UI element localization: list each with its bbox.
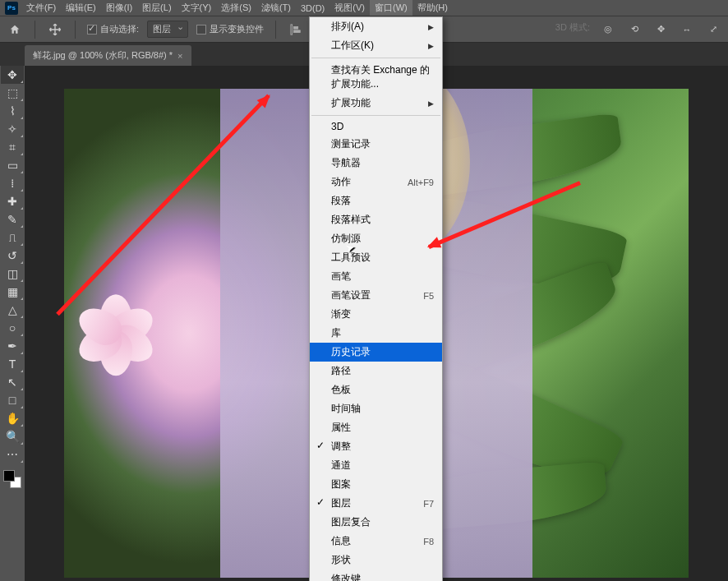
document-tab[interactable]: 鲜花.jpg @ 100% (水印, RGB/8#) * × [25, 45, 191, 66]
menu-separator [311, 58, 440, 58]
separator [275, 21, 276, 39]
menu-edit[interactable]: 编辑(E) [61, 0, 101, 16]
show-transform-label: 显示变换控件 [210, 23, 264, 35]
slide-3d-icon[interactable]: ↔ [679, 21, 695, 38]
tool-eraser[interactable]: ◫ [1, 265, 24, 283]
menu-item-[interactable]: 形状 [310, 551, 442, 569]
right-controls: 3D 模式: ◎ ⟲ ✥ ↔ ⤢ [555, 21, 721, 38]
tool-rect[interactable]: □ [1, 391, 24, 409]
tool-patch[interactable]: ✚ [1, 192, 24, 210]
menu-item-[interactable]: 信息F8 [310, 532, 442, 551]
menu-item-[interactable]: ✓调整 [310, 437, 442, 456]
move-tool-icon[interactable] [47, 21, 63, 38]
menubar: Ps 文件(F) 编辑(E) 图像(I) 图层(L) 文字(Y) 选择(S) 滤… [0, 0, 728, 16]
tool-lasso[interactable]: ⌇ [1, 102, 24, 120]
auto-select-option[interactable]: 自动选择: [87, 23, 139, 35]
pan-3d-icon[interactable]: ✥ [652, 21, 669, 38]
tools-panel: ✥⬚⌇✧⌗▭⁞✚✎⎍↺◫▦△○✒T↖□✋🔍⋯ [0, 66, 25, 581]
show-transform-checkbox[interactable] [196, 25, 206, 35]
menu-text[interactable]: 文字(Y) [177, 0, 217, 16]
tool-wand[interactable]: ✧ [1, 120, 24, 138]
menu-item-K[interactable]: 工作区(K)▶ [310, 36, 442, 55]
flower-decoration [76, 294, 154, 372]
menu-item-[interactable]: 画笔 [310, 267, 442, 286]
tool-path-sel[interactable]: ↖ [1, 373, 24, 391]
mode-3d-label: 3D 模式: [555, 21, 590, 38]
menu-item-[interactable]: 段落样式 [310, 210, 442, 229]
menu-layer[interactable]: 图层(L) [137, 0, 176, 16]
tool-hand[interactable]: ✋ [1, 409, 24, 427]
window-dropdown-menu: 排列(A)▶工作区(K)▶查找有关 Exchange 的扩展功能...扩展功能▶… [309, 16, 443, 581]
menu-item-[interactable]: 图案 [310, 475, 442, 494]
tool-history-brush[interactable]: ↺ [1, 247, 24, 265]
ps-logo-icon: Ps [5, 2, 18, 15]
menu-select[interactable]: 选择(S) [216, 0, 256, 16]
menu-item-[interactable]: 库 [310, 324, 442, 343]
menu-item-[interactable]: 扩展功能▶ [310, 94, 442, 113]
show-transform-option[interactable]: 显示变换控件 [196, 23, 264, 35]
align-left-icon[interactable] [288, 21, 304, 38]
tool-pen[interactable]: ✒ [1, 337, 24, 355]
menu-help[interactable]: 帮助(H) [412, 0, 453, 16]
menu-view[interactable]: 视图(V) [329, 0, 370, 16]
roll-3d-icon[interactable]: ⟲ [626, 21, 643, 38]
menu-item-[interactable]: 属性 [310, 418, 442, 437]
tool-eyedrop[interactable]: ⁞ [1, 174, 24, 192]
orbit-3d-icon[interactable]: ◎ [600, 21, 616, 38]
svg-rect-1 [293, 26, 297, 29]
menu-item-Exchange[interactable]: 查找有关 Exchange 的扩展功能... [310, 61, 442, 94]
menu-filter[interactable]: 滤镜(T) [256, 0, 296, 16]
menu-item-[interactable]: 仿制源 [310, 229, 442, 248]
document-tab-title: 鲜花.jpg @ 100% (水印, RGB/8#) * [33, 49, 173, 62]
tool-more[interactable]: ⋯ [1, 445, 24, 463]
close-tab-icon[interactable]: × [177, 51, 182, 61]
tool-type[interactable]: T [1, 355, 24, 373]
menu-item-A[interactable]: 排列(A)▶ [310, 17, 442, 36]
tool-gradient[interactable]: ▦ [1, 283, 24, 301]
menu-item-[interactable]: ✓图层F7 [310, 494, 442, 513]
svg-rect-2 [293, 30, 300, 32]
home-icon[interactable] [7, 21, 23, 38]
menu-item-3D[interactable]: 3D [310, 118, 442, 135]
menu-item-[interactable]: 动作Alt+F9 [310, 173, 442, 191]
menu-item-[interactable]: 历史记录 [310, 343, 442, 362]
menu-item-[interactable]: 图层复合 [310, 513, 442, 532]
menu-item-[interactable]: 导航器 [310, 154, 442, 173]
tool-marquee[interactable]: ⬚ [1, 84, 24, 102]
tool-frame[interactable]: ▭ [1, 156, 24, 174]
menu-separator [311, 115, 440, 116]
menu-item-[interactable]: 测量记录 [310, 135, 442, 154]
tool-dodge[interactable]: ○ [1, 319, 24, 337]
auto-select-target-dropdown[interactable]: 图层 [147, 21, 188, 38]
menu-item-[interactable]: 工具预设 [310, 248, 442, 267]
tool-stamp[interactable]: ⎍ [1, 228, 24, 247]
tool-zoom[interactable]: 🔍 [1, 427, 24, 445]
color-swatch[interactable] [3, 470, 21, 488]
menu-item-[interactable]: 修改键 [310, 569, 442, 581]
menu-item-[interactable]: 通道 [310, 456, 442, 475]
tool-crop[interactable]: ⌗ [1, 138, 24, 156]
menu-item-[interactable]: 时间轴 [310, 399, 442, 418]
menu-window[interactable]: 窗口(W) [370, 0, 412, 16]
auto-select-label: 自动选择: [100, 23, 139, 35]
menu-file[interactable]: 文件(F) [21, 0, 61, 16]
tool-move[interactable]: ✥ [1, 66, 24, 84]
tool-blur[interactable]: △ [1, 301, 24, 319]
auto-select-checkbox[interactable] [87, 25, 97, 35]
menu-3d[interactable]: 3D(D) [296, 2, 329, 15]
separator [75, 21, 76, 39]
menu-item-[interactable]: 画笔设置F5 [310, 286, 442, 305]
svg-rect-0 [291, 24, 293, 34]
menu-image[interactable]: 图像(I) [101, 0, 137, 16]
tool-brush[interactable]: ✎ [1, 210, 24, 228]
menu-item-[interactable]: 路径 [310, 362, 442, 380]
menu-item-[interactable]: 渐变 [310, 305, 442, 324]
menu-item-[interactable]: 段落 [310, 191, 442, 210]
scale-3d-icon[interactable]: ⤢ [705, 21, 721, 38]
menu-item-[interactable]: 色板 [310, 380, 442, 399]
separator [35, 21, 35, 39]
